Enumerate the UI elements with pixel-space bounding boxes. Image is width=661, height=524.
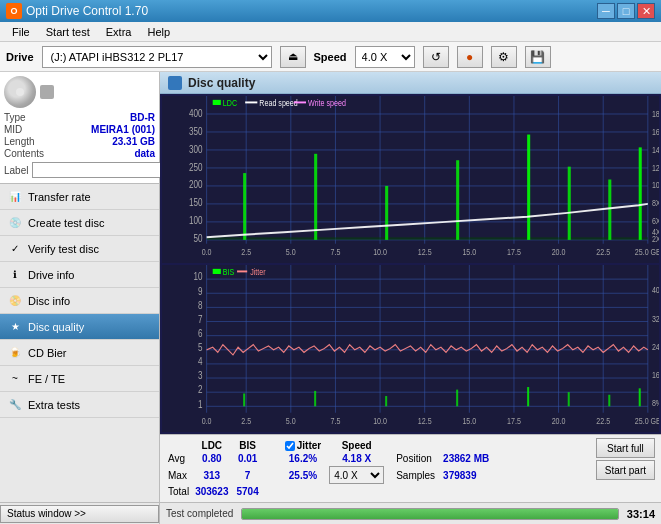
- menu-starttest[interactable]: Start test: [38, 24, 98, 40]
- avg-jitter: 16.2%: [285, 453, 327, 464]
- menu-extra[interactable]: Extra: [98, 24, 140, 40]
- menu-help[interactable]: Help: [139, 24, 178, 40]
- svg-text:15.0: 15.0: [462, 417, 476, 427]
- svg-text:8X: 8X: [652, 199, 659, 209]
- create-disc-icon: 💿: [8, 216, 22, 230]
- svg-text:40%: 40%: [652, 285, 659, 295]
- svg-text:6: 6: [198, 328, 203, 339]
- sidebar-item-extra-tests[interactable]: 🔧 Extra tests: [0, 392, 159, 418]
- titlebar: O Opti Drive Control 1.70 ─ □ ✕: [0, 0, 661, 22]
- svg-text:Jitter: Jitter: [250, 268, 266, 278]
- svg-rect-87: [385, 396, 387, 406]
- burn-button[interactable]: ●: [457, 46, 483, 68]
- sidebar-item-label-verify: Verify test disc: [28, 243, 99, 255]
- start-buttons: Start full Start part: [596, 438, 655, 480]
- svg-text:14X: 14X: [652, 145, 659, 155]
- menu-file[interactable]: File: [4, 24, 38, 40]
- speed-select[interactable]: 4.0 X: [355, 46, 415, 68]
- samples-label: Samples: [392, 466, 441, 484]
- svg-text:6X: 6X: [652, 217, 659, 227]
- svg-text:350: 350: [189, 126, 203, 137]
- svg-text:8: 8: [198, 300, 203, 311]
- status-time: 33:14: [627, 508, 655, 520]
- speed-value: 4.18 X: [329, 453, 390, 464]
- verify-disc-icon: ✓: [8, 242, 22, 256]
- svg-rect-27: [608, 180, 611, 240]
- svg-text:2.5: 2.5: [241, 417, 251, 427]
- minimize-button[interactable]: ─: [597, 3, 615, 19]
- svg-text:8%: 8%: [652, 399, 659, 409]
- speed-dropdown[interactable]: 4.0 X: [329, 466, 384, 484]
- save-button[interactable]: 💾: [525, 46, 551, 68]
- start-full-button[interactable]: Start full: [596, 438, 655, 458]
- sidebar: Type BD-R MID MEIRA1 (001) Length 23.31 …: [0, 72, 160, 524]
- svg-text:15.0: 15.0: [462, 248, 476, 258]
- drive-select[interactable]: (J:) ATAPI iHBS312 2 PL17: [42, 46, 272, 68]
- menubar: File Start test Extra Help: [0, 22, 661, 42]
- svg-text:12.5: 12.5: [418, 248, 432, 258]
- disc-info-icon: 📀: [8, 294, 22, 308]
- max-ldc: 313: [195, 466, 234, 484]
- max-row-label: Max: [168, 466, 193, 484]
- app-title: Opti Drive Control 1.70: [26, 4, 597, 18]
- settings-button[interactable]: ⚙: [491, 46, 517, 68]
- type-value: BD-R: [130, 112, 155, 123]
- refresh-button[interactable]: ↺: [423, 46, 449, 68]
- jitter-checkbox[interactable]: [285, 441, 295, 451]
- total-bis: 5704: [237, 486, 265, 497]
- sidebar-item-disc-quality[interactable]: ★ Disc quality: [0, 314, 159, 340]
- statuswindow-area: Status window >>: [0, 502, 159, 524]
- sidebar-item-create-test-disc[interactable]: 💿 Create test disc: [0, 210, 159, 236]
- sidebar-item-disc-info[interactable]: 📀 Disc info: [0, 288, 159, 314]
- svg-text:2: 2: [198, 385, 203, 396]
- extra-tests-icon: 🔧: [8, 398, 22, 412]
- label-label: Label: [4, 165, 28, 176]
- svg-text:BIS: BIS: [223, 268, 235, 278]
- sidebar-item-label-disc-quality: Disc quality: [28, 321, 84, 333]
- sidebar-item-label-cd-bier: CD Bier: [28, 347, 67, 359]
- svg-text:12.5: 12.5: [418, 417, 432, 427]
- jitter-label: Jitter: [297, 440, 321, 451]
- svg-text:200: 200: [189, 180, 203, 191]
- label-input[interactable]: [32, 162, 165, 178]
- sidebar-item-label-extra-tests: Extra tests: [28, 399, 80, 411]
- svg-rect-89: [527, 387, 529, 406]
- sidebar-item-label-drive-info: Drive info: [28, 269, 74, 281]
- svg-rect-92: [639, 388, 641, 406]
- svg-rect-91: [608, 395, 610, 407]
- svg-text:0.0: 0.0: [202, 248, 212, 258]
- status-text: Test completed: [166, 508, 233, 519]
- svg-text:25.0 GB: 25.0 GB: [635, 417, 659, 427]
- total-ldc: 303623: [195, 486, 234, 497]
- transfer-rate-icon: 📊: [8, 190, 22, 204]
- sidebar-item-fe-te[interactable]: ~ FE / TE: [0, 366, 159, 392]
- bottom-chart-svg: 10 9 8 7 6 5 4 3 2 1 40% 32% 24% 16% 8%: [162, 265, 659, 432]
- svg-text:300: 300: [189, 144, 203, 155]
- window-controls: ─ □ ✕: [597, 3, 655, 19]
- contents-value: data: [134, 148, 155, 159]
- eject-button[interactable]: ⏏: [280, 46, 306, 68]
- svg-text:400: 400: [189, 108, 203, 119]
- status-window-button[interactable]: Status window >>: [0, 505, 159, 523]
- sidebar-item-drive-info[interactable]: ℹ Drive info: [0, 262, 159, 288]
- svg-text:5: 5: [198, 342, 203, 353]
- avg-bis: 0.01: [237, 453, 265, 464]
- svg-text:20.0: 20.0: [552, 417, 566, 427]
- sidebar-item-label-create: Create test disc: [28, 217, 104, 229]
- svg-text:250: 250: [189, 162, 203, 173]
- disc-panel-btn[interactable]: [40, 85, 54, 99]
- top-chart-svg: 400 350 300 250 200 150 100 50 18X 16X 1…: [162, 96, 659, 263]
- sidebar-item-cd-bier[interactable]: 🍺 CD Bier: [0, 340, 159, 366]
- position-label: Position: [392, 453, 441, 464]
- bis-col-header: BIS: [237, 440, 265, 451]
- svg-rect-24: [456, 160, 459, 240]
- app-icon: O: [6, 3, 22, 19]
- maximize-button[interactable]: □: [617, 3, 635, 19]
- sidebar-item-verify-test-disc[interactable]: ✓ Verify test disc: [0, 236, 159, 262]
- svg-text:16X: 16X: [652, 127, 659, 137]
- sidebar-item-transfer-rate[interactable]: 📊 Transfer rate: [0, 184, 159, 210]
- start-part-button[interactable]: Start part: [596, 460, 655, 480]
- avg-row-label: Avg: [168, 453, 193, 464]
- svg-text:17.5: 17.5: [507, 417, 521, 427]
- close-button[interactable]: ✕: [637, 3, 655, 19]
